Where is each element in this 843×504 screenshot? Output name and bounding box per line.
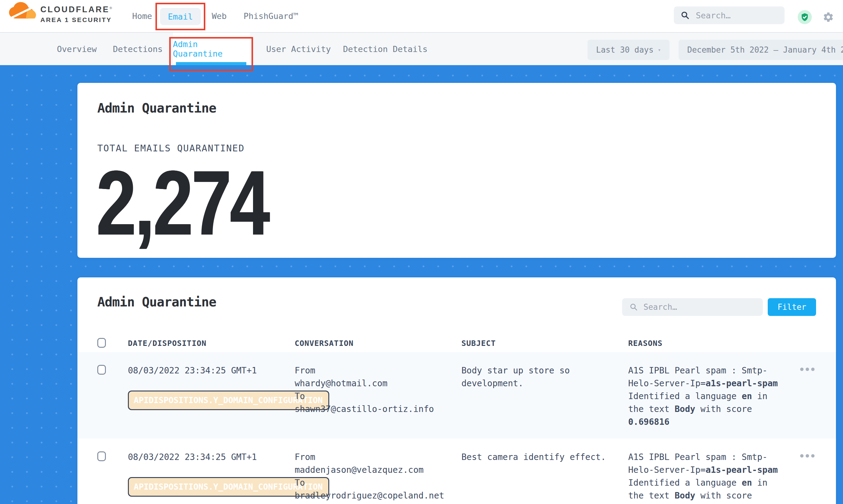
cloudflare-cloud-icon xyxy=(7,1,38,20)
column-header-date: DATE/DISPOSITION xyxy=(128,339,295,348)
to-address[interactable]: shawn37@castillo-ortiz.info xyxy=(295,403,461,416)
tab-overview[interactable]: Overview xyxy=(57,33,97,65)
topnav-email[interactable]: Email xyxy=(160,8,201,25)
table-search xyxy=(622,298,763,316)
row-reasons: A1S IPBL Pearl spam : Smtp-Helo-Server-I… xyxy=(628,364,781,438)
subnav: Overview Detections Admin Quarantine Use… xyxy=(0,32,843,65)
quarantine-table-card: Admin Quarantine Filter DATE/DISPOSITION… xyxy=(77,277,836,504)
row-checkbox[interactable] xyxy=(97,365,106,375)
topnav-phishguard[interactable]: PhishGuard™ xyxy=(244,0,298,32)
row-date: 08/03/2022 23:34:25 GMT+1 xyxy=(128,451,295,464)
tab-detections[interactable]: Detections xyxy=(113,33,163,65)
global-search xyxy=(674,6,785,24)
table-search-input[interactable] xyxy=(643,302,748,312)
from-address[interactable]: maddenjason@velazquez.com xyxy=(295,464,461,476)
shield-check-icon xyxy=(800,13,809,22)
row-checkbox[interactable] xyxy=(97,451,106,461)
settings-gear-icon[interactable] xyxy=(823,11,834,23)
date-range-display[interactable]: December 5th 2022 — January 4th 2023 xyxy=(679,40,843,60)
page-canvas: Admin Quarantine TOTAL EMAILS QUARANTINE… xyxy=(0,65,843,504)
date-range-dropdown[interactable]: Last 30 days ▾ xyxy=(587,40,669,60)
row-date: 08/03/2022 23:34:25 GMT+1 xyxy=(128,364,295,377)
tab-admin-quarantine-label: Admin Quarantine xyxy=(173,39,250,58)
table-row: 08/03/2022 23:34:25 GMT+1 APIDISPOSITION… xyxy=(77,438,836,504)
topnav-web[interactable]: Web xyxy=(212,0,227,32)
table-body: 08/03/2022 23:34:25 GMT+1 APIDISPOSITION… xyxy=(77,352,836,504)
row-conversation: From maddenjason@velazquez.com To bradle… xyxy=(295,451,461,504)
screen: CLOUDFLARE® AREA 1 SECURITY Home Email W… xyxy=(0,0,843,504)
topnav-home[interactable]: Home xyxy=(132,0,152,32)
row-subject: Body star up store so development. xyxy=(461,364,628,438)
table-header: DATE/DISPOSITION CONVERSATION SUBJECT RE… xyxy=(77,334,836,352)
summary-card: Admin Quarantine TOTAL EMAILS QUARANTINE… xyxy=(77,83,836,258)
logo-product: AREA 1 SECURITY xyxy=(40,17,113,23)
metric-value: 2,274 xyxy=(96,157,268,249)
row-actions-menu[interactable] xyxy=(800,367,816,371)
tab-detection-details[interactable]: Detection Details xyxy=(343,33,427,65)
tab-admin-quarantine[interactable]: Admin Quarantine xyxy=(173,33,250,65)
table-card-title: Admin Quarantine xyxy=(97,294,216,309)
search-icon xyxy=(681,11,690,20)
column-header-subject: SUBJECT xyxy=(461,339,628,348)
cloudflare-logo: CLOUDFLARE® AREA 1 SECURITY xyxy=(7,1,113,23)
global-search-input[interactable] xyxy=(695,11,776,20)
search-icon xyxy=(629,303,638,311)
to-address[interactable]: bradleyrodriguez@copeland.net xyxy=(295,489,461,502)
logo-registered-mark: ® xyxy=(109,6,113,10)
column-header-reasons: REASONS xyxy=(628,339,781,348)
annotation-box-email: Email xyxy=(155,3,205,30)
protection-status-badge[interactable] xyxy=(798,10,812,24)
row-subject: Best camera identify effect. xyxy=(461,451,628,504)
select-all-checkbox[interactable] xyxy=(97,338,106,348)
chevron-down-icon: ▾ xyxy=(658,47,661,53)
row-conversation: From whardy@hotmail.com To shawn37@casti… xyxy=(295,364,461,438)
row-reasons: A1S IPBL Pearl spam : Smtp-Helo-Server-I… xyxy=(628,451,781,504)
column-header-conversation: CONVERSATION xyxy=(295,339,461,348)
table-row: 08/03/2022 23:34:25 GMT+1 APIDISPOSITION… xyxy=(77,352,836,438)
topbar: CLOUDFLARE® AREA 1 SECURITY Home Email W… xyxy=(0,0,843,32)
filter-button[interactable]: Filter xyxy=(768,298,816,316)
from-address[interactable]: whardy@hotmail.com xyxy=(295,377,461,390)
row-actions-menu[interactable] xyxy=(800,454,816,457)
logo-brand: CLOUDFLARE® xyxy=(40,5,113,14)
summary-card-title: Admin Quarantine xyxy=(97,101,216,115)
tab-user-activity[interactable]: User Activity xyxy=(266,33,331,65)
active-tab-underline xyxy=(176,62,246,65)
